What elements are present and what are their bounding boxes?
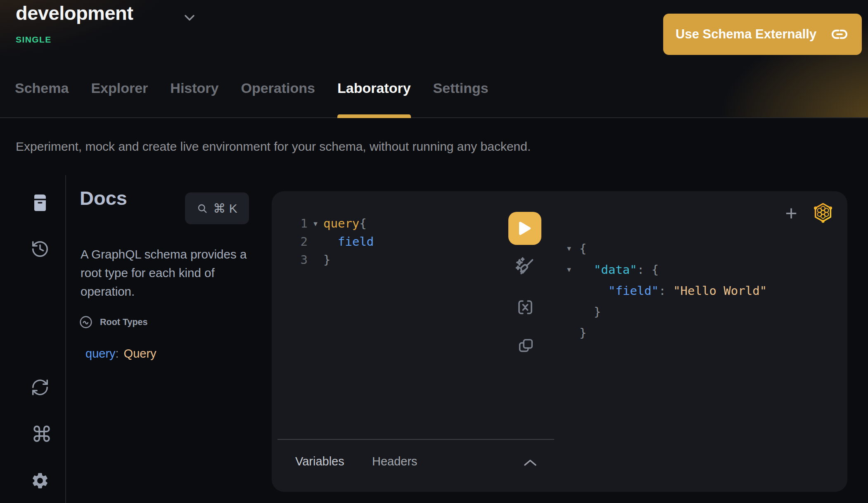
response-line-3: "field": "Hello World" [579,280,767,301]
token-separator: : [659,284,673,298]
response-collapse-marker-icon[interactable]: ▾ [564,244,574,253]
response-line-4: } [579,301,767,322]
token-close-brace: } [579,305,601,319]
line-number: 2 [272,235,308,249]
token-query-keyword: query [323,216,359,230]
line-number: 3 [272,253,308,267]
history-icon[interactable] [31,240,50,259]
token-separator: : [637,263,652,277]
laboratory-page: development SINGLE Use Schema Externally… [0,0,868,503]
docs-book-icon[interactable] [30,192,50,213]
command-icon[interactable]: ⌘ [31,423,52,446]
headers-tab[interactable]: Headers [372,455,417,468]
response-line-2: "data": { [579,259,767,280]
token-field-value: "Hello World" [673,284,767,298]
response-collapse-marker-icon[interactable]: ▾ [564,265,574,274]
token-open-brace: { [652,263,659,277]
operation-panel: 1 ▾ query{ 2 field 3 } [272,191,847,492]
response-line-5: } [579,322,767,343]
main-tabs: Schema Explorer History Operations Labor… [15,80,489,118]
search-icon [197,203,208,214]
use-schema-externally-label: Use Schema Externally [676,27,816,42]
tab-settings[interactable]: Settings [433,80,489,118]
docs-title: Docs [80,187,127,209]
project-chevron-down-icon[interactable] [184,14,195,22]
search-shortcut: ⌘ K [213,201,237,216]
refresh-icon[interactable] [31,378,50,397]
root-types-label: Root Types [100,317,147,327]
docs-description: A GraphQL schema provides a root type fo… [81,245,258,301]
query-editor[interactable]: 1 ▾ query{ 2 field 3 } [272,214,374,269]
rail-divider [65,175,66,503]
page-header: development SINGLE Use Schema Externally… [0,0,868,118]
editor-line-3: 3 } [272,251,374,269]
merge-fragments-icon[interactable] [515,297,535,317]
root-type-separator: : [116,347,119,360]
copy-query-icon[interactable] [516,336,535,356]
root-type-value: Query [124,347,157,360]
link-icon [830,26,849,43]
token-field-key: "field" [579,284,659,298]
hive-logo-icon[interactable] [813,202,833,223]
token-data-key: "data" [579,263,637,277]
docs-search-button[interactable]: ⌘ K [185,192,249,224]
fold-marker-icon[interactable]: ▾ [308,219,323,228]
collapse-panel-chevron-up-icon[interactable] [523,459,538,467]
root-types-section: Root Types [79,315,147,329]
root-type-query-link[interactable]: query:Query [85,347,157,361]
editor-line-1: 1 ▾ query{ [272,214,374,233]
editor-line-2: 2 field [272,233,374,251]
token-open-brace: { [359,216,366,230]
token-field: field [323,235,374,249]
use-schema-externally-button[interactable]: Use Schema Externally [663,14,862,55]
response-line-1: { [579,238,767,259]
project-title: development [16,2,133,24]
settings-gear-icon[interactable] [31,471,50,490]
tab-operations[interactable]: Operations [241,80,315,118]
play-icon [518,221,531,236]
token-close-brace: } [323,253,330,267]
token-close-brace: } [579,326,586,340]
variables-tab[interactable]: Variables [295,455,344,468]
editor-bottom-divider [277,439,554,440]
single-badge: SINGLE [16,35,52,45]
page-subtitle: Experiment, mock and create live environ… [16,140,531,154]
root-type-name: query [85,347,116,360]
root-types-icon [79,315,93,329]
tab-schema[interactable]: Schema [15,80,69,118]
response-viewer: { "data": { "field": "Hello World" } } [579,238,767,343]
tab-laboratory[interactable]: Laboratory [337,80,411,118]
tab-history[interactable]: History [170,80,218,118]
add-tab-button[interactable]: + [780,201,802,225]
prettify-brush-icon[interactable] [514,256,536,278]
execute-query-button[interactable] [508,212,541,245]
token-open-brace: { [579,242,586,256]
line-number: 1 [272,216,308,230]
tab-explorer[interactable]: Explorer [91,80,148,118]
